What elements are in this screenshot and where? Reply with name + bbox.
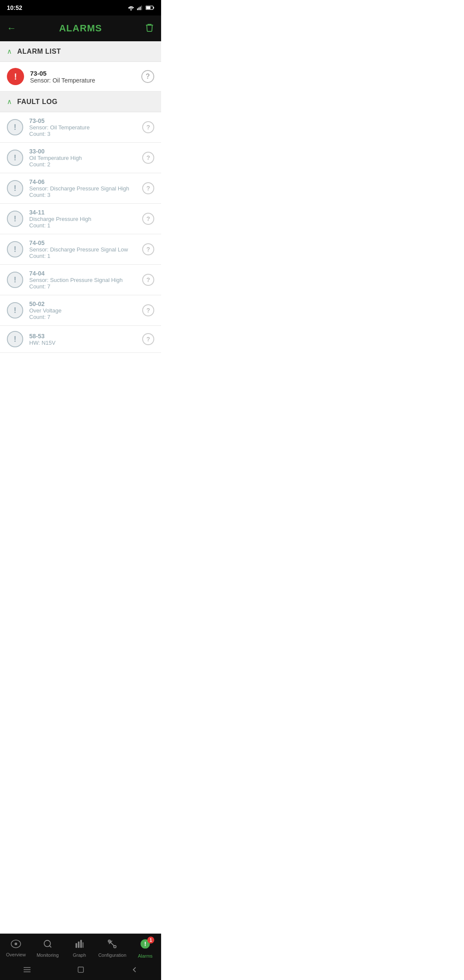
svg-rect-14: [80, 940, 82, 948]
nav-configuration[interactable]: Configuration: [98, 939, 126, 958]
fault-icon-5: !: [7, 272, 23, 288]
fault-desc-4: Sensor: Discharge Pressure Signal Low: [29, 246, 136, 253]
fault-desc-6: Over Voltage: [29, 307, 136, 314]
battery-icon: [146, 5, 154, 10]
nav-graph[interactable]: Graph: [67, 939, 92, 958]
nav-monitoring[interactable]: Monitoring: [35, 939, 61, 958]
fault-code-1: 33-00: [29, 148, 136, 155]
fault-desc-0: Sensor: Oil Temperature: [29, 124, 136, 131]
fault-help-6[interactable]: ?: [142, 304, 154, 316]
fault-code-7: 58-53: [29, 333, 136, 340]
alarm-list-item[interactable]: ! 73-05 Sensor: Oil Temperature ?: [0, 62, 161, 92]
svg-rect-3: [141, 6, 142, 10]
fault-help-4[interactable]: ?: [142, 243, 154, 255]
fault-list-item[interactable]: ! 74-05 Sensor: Discharge Pressure Signa…: [0, 234, 161, 265]
svg-point-10: [44, 940, 51, 947]
fault-log-title: FAULT LOG: [17, 98, 58, 106]
status-bar: 10:52: [0, 0, 161, 15]
fault-code-6: 50-02: [29, 300, 136, 307]
app-bar: ← ALARMS: [0, 15, 161, 41]
fault-item-content-1: 33-00 Oil Temperature High Count: 2: [29, 148, 136, 168]
alarms-count-badge: 1: [147, 937, 154, 943]
fault-icon-0: !: [7, 119, 23, 135]
alarm-active-icon: !: [7, 68, 24, 85]
svg-rect-12: [76, 943, 77, 948]
fault-item-content-6: 50-02 Over Voltage Count: 7: [29, 300, 136, 320]
home-icon[interactable]: [77, 966, 85, 976]
fault-count-6: Count: 7: [29, 314, 136, 320]
fault-item-content-0: 73-05 Sensor: Oil Temperature Count: 3: [29, 117, 136, 137]
delete-button[interactable]: [145, 23, 154, 34]
main-content: ∧ ALARM LIST ! 73-05 Sensor: Oil Tempera…: [0, 41, 161, 401]
fault-code-0: 73-05: [29, 117, 136, 124]
fault-item-content-7: 58-53 HW: N15V: [29, 333, 136, 346]
back-button[interactable]: ←: [7, 23, 16, 34]
overview-icon: [11, 940, 21, 951]
fault-count-3: Count: 1: [29, 222, 136, 229]
fault-item-content-2: 74-06 Sensor: Discharge Pressure Signal …: [29, 178, 136, 198]
fault-help-3[interactable]: ?: [142, 213, 154, 225]
fault-count-0: Count: 3: [29, 131, 136, 137]
fault-icon-2: !: [7, 180, 23, 196]
fault-desc-3: Discharge Pressure High: [29, 216, 136, 222]
svg-rect-25: [78, 967, 84, 972]
fault-list-item[interactable]: ! 74-04 Sensor: Suction Pressure Signal …: [0, 265, 161, 295]
monitoring-icon: [43, 939, 52, 951]
fault-help-2[interactable]: ?: [142, 182, 154, 194]
fault-desc-2: Sensor: Discharge Pressure Signal High: [29, 185, 136, 192]
fault-log-header[interactable]: ∧ FAULT LOG: [0, 92, 161, 112]
signal-icon: [137, 5, 143, 11]
alarm-item-content: 73-05 Sensor: Oil Temperature: [30, 70, 135, 84]
svg-point-18: [114, 946, 116, 948]
page-title: ALARMS: [59, 23, 102, 34]
recent-apps-icon[interactable]: [23, 966, 31, 975]
fault-count-4: Count: 1: [29, 253, 136, 259]
fault-list-item[interactable]: ! 34-11 Discharge Pressure High Count: 1…: [0, 204, 161, 234]
bottom-navigation: Overview Monitoring Graph: [0, 934, 161, 961]
fault-code-4: 74-05: [29, 239, 136, 246]
fault-list-item[interactable]: ! 73-05 Sensor: Oil Temperature Count: 3…: [0, 112, 161, 143]
nav-overview[interactable]: Overview: [3, 940, 29, 957]
fault-help-5[interactable]: ?: [142, 274, 154, 286]
svg-rect-2: [140, 6, 140, 10]
fault-item-content-3: 34-11 Discharge Pressure High Count: 1: [29, 209, 136, 229]
alarm-description: Sensor: Oil Temperature: [30, 77, 135, 84]
fault-icon-6: !: [7, 302, 23, 318]
trash-icon: [145, 23, 154, 32]
nav-alarms[interactable]: ! 1 Alarms: [132, 938, 158, 959]
fault-help-0[interactable]: ?: [142, 121, 154, 133]
alarms-badge-container: ! 1: [140, 938, 151, 952]
monitoring-label: Monitoring: [37, 952, 58, 958]
svg-line-11: [49, 946, 51, 947]
svg-point-9: [15, 943, 16, 944]
fault-list-item[interactable]: ! 33-00 Oil Temperature High Count: 2 ?: [0, 143, 161, 173]
fault-icon-4: !: [7, 241, 23, 257]
fault-count-2: Count: 3: [29, 192, 136, 198]
fault-count-1: Count: 2: [29, 161, 136, 168]
status-time: 10:52: [7, 4, 22, 11]
configuration-label: Configuration: [98, 952, 126, 958]
overview-label: Overview: [6, 952, 26, 957]
configuration-icon: [107, 939, 117, 951]
fault-list-item[interactable]: ! 58-53 HW: N15V ?: [0, 326, 161, 353]
fault-log-chevron: ∧: [7, 98, 12, 106]
alarm-list-header[interactable]: ∧ ALARM LIST: [0, 41, 161, 62]
fault-code-5: 74-04: [29, 270, 136, 277]
fault-icon-1: !: [7, 150, 23, 166]
fault-help-1[interactable]: ?: [142, 152, 154, 164]
graph-icon: [75, 939, 84, 951]
fault-code-2: 74-06: [29, 178, 136, 185]
fault-list-item[interactable]: ! 50-02 Over Voltage Count: 7 ?: [0, 295, 161, 326]
back-nav-icon[interactable]: [131, 966, 138, 976]
alarm-help-button[interactable]: ?: [141, 70, 154, 83]
fault-list-item[interactable]: ! 74-06 Sensor: Discharge Pressure Signa…: [0, 173, 161, 204]
svg-rect-13: [78, 942, 79, 948]
fault-desc-7: HW: N15V: [29, 340, 136, 346]
wifi-icon: [128, 5, 134, 11]
fault-help-7[interactable]: ?: [142, 333, 154, 345]
svg-rect-6: [146, 6, 150, 9]
svg-rect-0: [137, 8, 138, 10]
fault-icon-7: !: [7, 331, 23, 347]
alarms-label: Alarms: [138, 953, 153, 959]
svg-text:!: !: [144, 940, 146, 947]
